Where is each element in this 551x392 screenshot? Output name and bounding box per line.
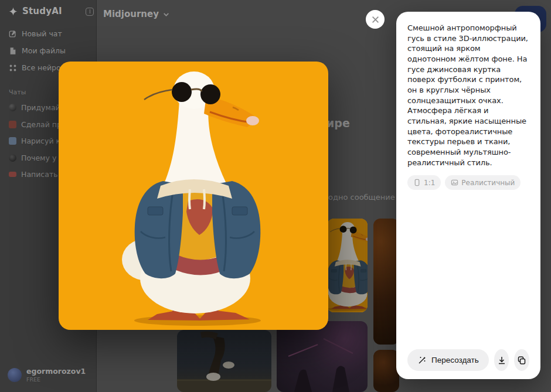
- generated-image-viewer: [59, 62, 328, 330]
- copy-button[interactable]: [514, 349, 529, 371]
- gallery-thumbnail-fire[interactable]: [373, 350, 399, 392]
- aspect-ratio-icon: [413, 179, 421, 186]
- regenerate-button[interactable]: Пересоздать: [407, 349, 489, 371]
- style-badge: Реалистичный: [445, 175, 521, 190]
- action-row: Пересоздать: [407, 349, 529, 371]
- prompt-text: Смешной антропоморфный гусь в стиле 3D-и…: [407, 23, 529, 168]
- regenerate-label: Пересоздать: [431, 356, 479, 364]
- sparkle-logo-icon: [8, 6, 18, 16]
- collapse-sidebar-icon[interactable]: [86, 8, 94, 16]
- gallery-thumbnail-goose[interactable]: [327, 219, 368, 312]
- style-label: Реалистичный: [461, 179, 515, 187]
- app-logo: StudyAI: [8, 6, 62, 16]
- gallery-thumbnail-sunset[interactable]: [373, 219, 399, 345]
- dim-overlay: [373, 350, 399, 392]
- model-selector[interactable]: Midjourney: [103, 9, 170, 19]
- panel-spacer: [407, 190, 529, 349]
- close-icon: [372, 16, 379, 23]
- chat-emoji-icon: [9, 172, 16, 177]
- user-plan-badge: FREE: [26, 376, 86, 383]
- badge-row: 1:1 Реалистичный: [407, 175, 529, 190]
- chat-emoji-icon: [9, 104, 16, 111]
- sidebar-item-new-chat[interactable]: Новый чат: [9, 29, 62, 38]
- aspect-ratio-badge: 1:1: [407, 175, 441, 190]
- sidebar-item-label: Мои файлы: [22, 46, 66, 55]
- close-button[interactable]: [366, 10, 385, 29]
- user-account[interactable]: egormorozov1 FREE: [8, 367, 90, 383]
- chevron-down-icon: [162, 11, 170, 18]
- dim-overlay: [373, 219, 399, 345]
- style-image-icon: [451, 179, 458, 186]
- image-details-panel: Смешной антропоморфный гусь в стиле 3D-и…: [396, 12, 540, 379]
- avatar: [8, 368, 22, 382]
- background-note-fragment: одно сообщение: [328, 193, 395, 202]
- chat-emoji-icon: [9, 121, 16, 128]
- aspect-ratio-label: 1:1: [424, 179, 435, 187]
- chats-section-label: Чаты: [9, 88, 26, 96]
- magic-wand-icon: [417, 356, 427, 365]
- user-name: egormorozov1: [26, 367, 86, 375]
- gallery-thumbnail-silhouettes[interactable]: [277, 321, 368, 392]
- sidebar-item-label: Новый чат: [22, 29, 62, 38]
- app-title: StudyAI: [22, 6, 62, 16]
- download-button[interactable]: [494, 349, 509, 371]
- chat-emoji-icon: [9, 137, 16, 145]
- grid-icon: [9, 64, 17, 72]
- chat-emoji-icon: [9, 154, 16, 162]
- dim-overlay: [277, 321, 368, 392]
- download-icon: [497, 356, 506, 365]
- files-icon: [9, 47, 17, 55]
- gallery-thumbnail-jumping-person[interactable]: [177, 330, 271, 392]
- page-title: Midjourney: [103, 9, 159, 19]
- copy-icon: [517, 356, 526, 365]
- background-heading-fragment: ире: [326, 117, 350, 129]
- sidebar-item-my-files[interactable]: Мои файлы: [9, 46, 66, 55]
- goose-image: [59, 62, 328, 330]
- new-chat-icon: [9, 30, 17, 38]
- dim-overlay: [327, 219, 368, 312]
- dim-overlay: [177, 330, 271, 392]
